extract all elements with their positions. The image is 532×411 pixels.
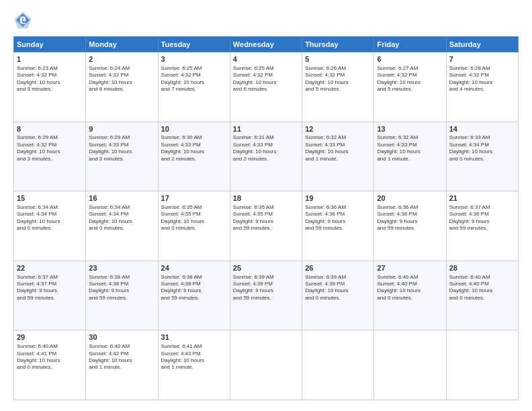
cell-text: Sunrise: 6:35 AM Sunset: 4:35 PM Dayligh… — [161, 204, 227, 232]
day-number: 25 — [233, 263, 299, 273]
calendar-cell: 3Sunrise: 6:25 AM Sunset: 4:32 PM Daylig… — [158, 52, 230, 122]
cell-text: Sunrise: 6:28 AM Sunset: 4:32 PM Dayligh… — [449, 65, 515, 93]
cell-text: Sunrise: 6:34 AM Sunset: 4:34 PM Dayligh… — [17, 204, 83, 232]
calendar-cell: 1Sunrise: 6:23 AM Sunset: 4:32 PM Daylig… — [14, 52, 86, 122]
day-header-wednesday: Wednesday — [230, 37, 302, 52]
calendar-cell: 31Sunrise: 6:41 AM Sunset: 4:43 PM Dayli… — [158, 330, 230, 400]
day-number: 11 — [233, 124, 299, 134]
day-number: 8 — [17, 124, 83, 134]
cell-text: Sunrise: 6:36 AM Sunset: 4:36 PM Dayligh… — [377, 204, 443, 232]
calendar-cell: 9Sunrise: 6:29 AM Sunset: 4:33 PM Daylig… — [86, 122, 158, 191]
cell-text: Sunrise: 6:37 AM Sunset: 4:36 PM Dayligh… — [449, 204, 515, 232]
calendar-cell: 23Sunrise: 6:38 AM Sunset: 4:38 PM Dayli… — [86, 261, 158, 330]
cell-text: Sunrise: 6:36 AM Sunset: 4:36 PM Dayligh… — [305, 204, 371, 232]
calendar-table: SundayMondayTuesdayWednesdayThursdayFrid… — [13, 36, 519, 400]
calendar-cell: 11Sunrise: 6:31 AM Sunset: 4:33 PM Dayli… — [230, 122, 302, 191]
calendar-cell: 28Sunrise: 6:40 AM Sunset: 4:40 PM Dayli… — [446, 261, 518, 330]
cell-text: Sunrise: 6:38 AM Sunset: 4:38 PM Dayligh… — [89, 274, 154, 302]
cell-text: Sunrise: 6:25 AM Sunset: 4:32 PM Dayligh… — [233, 65, 299, 93]
cell-text: Sunrise: 6:26 AM Sunset: 4:32 PM Dayligh… — [305, 65, 371, 93]
calendar-cell: 2Sunrise: 6:24 AM Sunset: 4:32 PM Daylig… — [86, 52, 158, 122]
cell-text: Sunrise: 6:41 AM Sunset: 4:43 PM Dayligh… — [161, 343, 227, 371]
day-header-saturday: Saturday — [446, 37, 518, 52]
cell-text: Sunrise: 6:38 AM Sunset: 4:38 PM Dayligh… — [161, 274, 227, 302]
cell-text: Sunrise: 6:39 AM Sunset: 4:39 PM Dayligh… — [305, 274, 371, 302]
day-number: 27 — [377, 263, 443, 273]
calendar-cell — [446, 330, 518, 400]
calendar-cell: 26Sunrise: 6:39 AM Sunset: 4:39 PM Dayli… — [302, 261, 374, 330]
calendar-week-row: 15Sunrise: 6:34 AM Sunset: 4:34 PM Dayli… — [14, 191, 519, 261]
calendar-cell: 7Sunrise: 6:28 AM Sunset: 4:32 PM Daylig… — [446, 52, 518, 122]
day-number: 7 — [449, 54, 515, 64]
cell-text: Sunrise: 6:23 AM Sunset: 4:32 PM Dayligh… — [17, 65, 83, 93]
day-header-tuesday: Tuesday — [158, 37, 230, 52]
cell-text: Sunrise: 6:30 AM Sunset: 4:33 PM Dayligh… — [161, 134, 227, 163]
calendar-week-row: 1Sunrise: 6:23 AM Sunset: 4:32 PM Daylig… — [14, 52, 519, 122]
day-number: 5 — [305, 54, 371, 64]
calendar-cell: 8Sunrise: 6:29 AM Sunset: 4:32 PM Daylig… — [14, 122, 86, 191]
cell-text: Sunrise: 6:32 AM Sunset: 4:33 PM Dayligh… — [305, 134, 371, 163]
cell-text: Sunrise: 6:37 AM Sunset: 4:37 PM Dayligh… — [17, 274, 83, 302]
day-number: 31 — [161, 332, 227, 342]
cell-text: Sunrise: 6:32 AM Sunset: 4:33 PM Dayligh… — [377, 134, 443, 163]
day-number: 28 — [449, 263, 515, 273]
day-header-monday: Monday — [86, 37, 158, 52]
calendar-cell: 29Sunrise: 6:40 AM Sunset: 4:41 PM Dayli… — [14, 330, 86, 400]
calendar-cell: 6Sunrise: 6:27 AM Sunset: 4:32 PM Daylig… — [374, 52, 446, 122]
calendar-cell: 16Sunrise: 6:34 AM Sunset: 4:34 PM Dayli… — [86, 191, 158, 261]
day-number: 3 — [161, 54, 227, 64]
day-number: 4 — [233, 54, 299, 64]
day-header-sunday: Sunday — [14, 37, 86, 52]
calendar-header-row: SundayMondayTuesdayWednesdayThursdayFrid… — [14, 37, 519, 52]
calendar-week-row: 22Sunrise: 6:37 AM Sunset: 4:37 PM Dayli… — [14, 261, 519, 330]
calendar-cell: 10Sunrise: 6:30 AM Sunset: 4:33 PM Dayli… — [158, 122, 230, 191]
calendar-week-row: 8Sunrise: 6:29 AM Sunset: 4:32 PM Daylig… — [14, 122, 519, 191]
calendar-cell: 12Sunrise: 6:32 AM Sunset: 4:33 PM Dayli… — [302, 122, 374, 191]
day-number: 17 — [161, 193, 227, 203]
logo — [13, 11, 35, 30]
page: SundayMondayTuesdayWednesdayThursdayFrid… — [0, 0, 532, 411]
cell-text: Sunrise: 6:40 AM Sunset: 4:42 PM Dayligh… — [89, 343, 154, 371]
calendar-cell: 19Sunrise: 6:36 AM Sunset: 4:36 PM Dayli… — [302, 191, 374, 261]
calendar-cell: 5Sunrise: 6:26 AM Sunset: 4:32 PM Daylig… — [302, 52, 374, 122]
cell-text: Sunrise: 6:35 AM Sunset: 4:35 PM Dayligh… — [233, 204, 299, 232]
calendar-week-row: 29Sunrise: 6:40 AM Sunset: 4:41 PM Dayli… — [14, 330, 519, 400]
calendar-cell: 17Sunrise: 6:35 AM Sunset: 4:35 PM Dayli… — [158, 191, 230, 261]
cell-text: Sunrise: 6:29 AM Sunset: 4:33 PM Dayligh… — [89, 134, 154, 163]
day-number: 30 — [89, 332, 154, 342]
calendar-cell: 15Sunrise: 6:34 AM Sunset: 4:34 PM Dayli… — [14, 191, 86, 261]
day-number: 20 — [377, 193, 443, 203]
cell-text: Sunrise: 6:29 AM Sunset: 4:32 PM Dayligh… — [17, 134, 83, 163]
calendar-cell: 4Sunrise: 6:25 AM Sunset: 4:32 PM Daylig… — [230, 52, 302, 122]
day-number: 26 — [305, 263, 371, 273]
day-number: 19 — [305, 193, 371, 203]
calendar-cell: 30Sunrise: 6:40 AM Sunset: 4:42 PM Dayli… — [86, 330, 158, 400]
cell-text: Sunrise: 6:31 AM Sunset: 4:33 PM Dayligh… — [233, 134, 299, 163]
calendar-cell: 25Sunrise: 6:39 AM Sunset: 4:39 PM Dayli… — [230, 261, 302, 330]
cell-text: Sunrise: 6:40 AM Sunset: 4:40 PM Dayligh… — [449, 274, 515, 302]
header — [13, 11, 519, 30]
day-header-friday: Friday — [374, 37, 446, 52]
calendar-cell — [374, 330, 446, 400]
cell-text: Sunrise: 6:25 AM Sunset: 4:32 PM Dayligh… — [161, 65, 227, 93]
day-number: 18 — [233, 193, 299, 203]
day-number: 13 — [377, 124, 443, 134]
calendar-cell: 27Sunrise: 6:40 AM Sunset: 4:40 PM Dayli… — [374, 261, 446, 330]
calendar-cell: 24Sunrise: 6:38 AM Sunset: 4:38 PM Dayli… — [158, 261, 230, 330]
day-number: 21 — [449, 193, 515, 203]
calendar-cell: 20Sunrise: 6:36 AM Sunset: 4:36 PM Dayli… — [374, 191, 446, 261]
day-number: 10 — [161, 124, 227, 134]
cell-text: Sunrise: 6:27 AM Sunset: 4:32 PM Dayligh… — [377, 65, 443, 93]
calendar-cell: 21Sunrise: 6:37 AM Sunset: 4:36 PM Dayli… — [446, 191, 518, 261]
day-header-thursday: Thursday — [302, 37, 374, 52]
cell-text: Sunrise: 6:40 AM Sunset: 4:41 PM Dayligh… — [17, 343, 83, 371]
cell-text: Sunrise: 6:39 AM Sunset: 4:39 PM Dayligh… — [233, 274, 299, 302]
cell-text: Sunrise: 6:33 AM Sunset: 4:34 PM Dayligh… — [449, 134, 515, 163]
calendar-cell: 13Sunrise: 6:32 AM Sunset: 4:33 PM Dayli… — [374, 122, 446, 191]
day-number: 16 — [89, 193, 154, 203]
day-number: 22 — [17, 263, 83, 273]
day-number: 6 — [377, 54, 443, 64]
day-number: 14 — [449, 124, 515, 134]
cell-text: Sunrise: 6:24 AM Sunset: 4:32 PM Dayligh… — [89, 65, 154, 93]
calendar-cell — [230, 330, 302, 400]
